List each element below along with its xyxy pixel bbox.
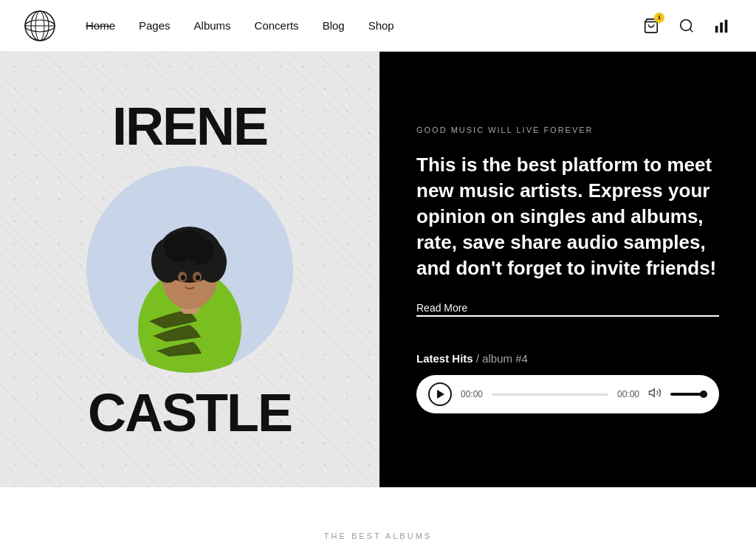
- svg-rect-9: [720, 22, 723, 32]
- hero-right-panel: GOOD MUSIC WILL LIVE FOREVER This is the…: [379, 52, 756, 487]
- time-end: 00:00: [617, 389, 639, 399]
- artist-photo-circle: [86, 166, 293, 373]
- nav-albums[interactable]: Albums: [194, 19, 231, 32]
- nav-concerts[interactable]: Concerts: [255, 19, 299, 32]
- nav-blog[interactable]: Blog: [323, 19, 345, 32]
- time-start: 00:00: [461, 389, 483, 399]
- svg-point-23: [181, 275, 185, 281]
- svg-point-6: [681, 19, 692, 30]
- svg-point-24: [196, 275, 200, 281]
- search-icon[interactable]: [676, 16, 697, 36]
- play-icon: [437, 390, 444, 399]
- latest-hits-sub: / album #4: [476, 352, 528, 365]
- nav-home[interactable]: Home: [86, 19, 115, 32]
- best-albums-label: THE BEST ALBUMS: [24, 532, 732, 540]
- svg-rect-8: [715, 26, 718, 32]
- play-button[interactable]: [428, 382, 452, 406]
- volume-icon[interactable]: [648, 386, 662, 402]
- hero-description: This is the best platform to meet new mu…: [416, 152, 719, 281]
- chart-icon[interactable]: [712, 16, 732, 36]
- svg-line-7: [690, 29, 693, 32]
- svg-rect-10: [725, 19, 728, 32]
- navbar: Home Pages Albums Concerts Blog Shop 1: [0, 0, 756, 52]
- cart-badge: 1: [654, 13, 664, 23]
- cart-icon[interactable]: 1: [641, 16, 662, 36]
- latest-hits-label: Latest Hits / album #4: [416, 352, 719, 365]
- nav-shop[interactable]: Shop: [368, 19, 394, 32]
- hero-left-panel: IRENE: [0, 52, 379, 487]
- artist-last-name: CASTLE: [88, 382, 292, 443]
- audio-player[interactable]: 00:00 00:00: [416, 375, 719, 413]
- nav-pages[interactable]: Pages: [139, 19, 171, 32]
- nav-links: Home Pages Albums Concerts Blog Shop: [86, 19, 641, 32]
- svg-marker-25: [650, 389, 655, 397]
- hero-section: IRENE: [0, 52, 756, 487]
- logo[interactable]: [24, 10, 56, 42]
- svg-point-20: [172, 230, 205, 257]
- volume-knob: [700, 391, 707, 398]
- artist-first-name: IRENE: [112, 96, 267, 157]
- nav-icons: 1: [641, 16, 732, 36]
- hero-tagline: GOOD MUSIC WILL LIVE FOREVER: [416, 126, 719, 134]
- volume-bar[interactable]: [670, 393, 707, 396]
- progress-bar[interactable]: [492, 393, 608, 396]
- read-more-link[interactable]: Read More: [416, 302, 719, 317]
- best-albums-section: THE BEST ALBUMS Let's Recollect the Hits: [0, 487, 756, 550]
